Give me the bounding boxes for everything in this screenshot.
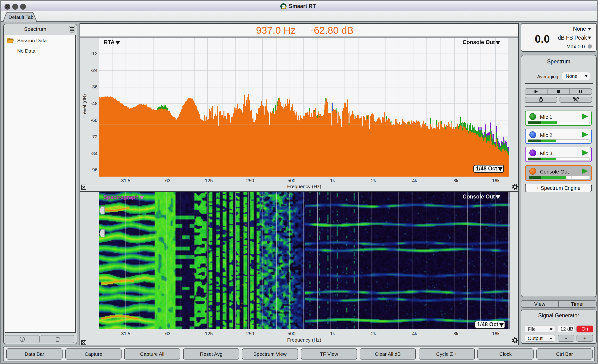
svg-text:RT: RT [282, 5, 285, 8]
